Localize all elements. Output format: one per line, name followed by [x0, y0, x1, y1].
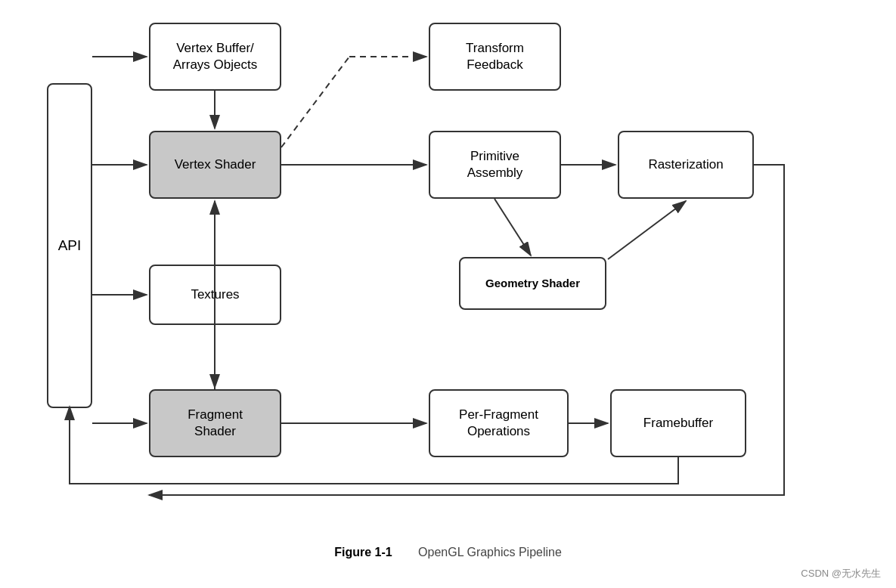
figure-caption: Figure 1-1 OpenGL Graphics Pipeline	[0, 546, 896, 559]
per-fragment-box: Per-FragmentOperations	[429, 389, 569, 457]
rasterization-box: Rasterization	[618, 131, 754, 199]
framebuffer-box: Framebuffer	[610, 389, 746, 457]
svg-line-11	[281, 57, 349, 147]
fragment-shader-box: FragmentShader	[149, 389, 281, 457]
transform-feedback-box: TransformFeedback	[429, 23, 561, 91]
vbo-box: Vertex Buffer/Arrays Objects	[149, 23, 281, 91]
api-box: API	[47, 83, 92, 408]
svg-line-15	[608, 201, 686, 259]
geometry-shader-box: Geometry Shader	[459, 257, 606, 310]
primitive-assembly-box: PrimitiveAssembly	[429, 131, 561, 199]
watermark: CSDN @无水先生	[801, 567, 881, 580]
textures-box: Textures	[149, 265, 281, 325]
svg-line-14	[495, 199, 531, 255]
vertex-shader-box: Vertex Shader	[149, 131, 281, 199]
